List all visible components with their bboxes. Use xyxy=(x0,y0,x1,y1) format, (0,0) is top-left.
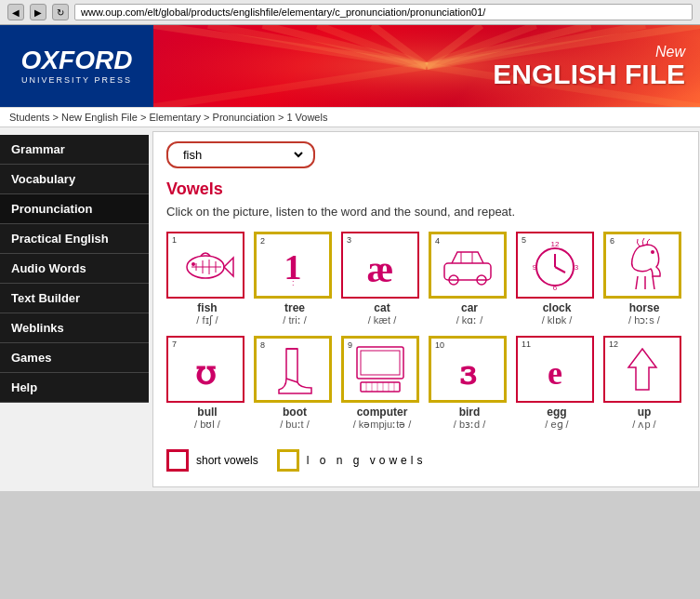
vowel-img-horse: 6 xyxy=(603,232,681,299)
svg-text:ː: ː xyxy=(292,278,295,287)
sidebar-item-practical-english[interactable]: Practical English xyxy=(0,224,149,254)
svg-line-31 xyxy=(555,267,565,273)
vowel-img-bird: 10 ɜ xyxy=(429,336,507,403)
vowel-row-2: 7 ʊ bull / bʊl / 8 xyxy=(166,336,685,431)
sidebar-item-text-builder[interactable]: Text Builder xyxy=(0,284,149,313)
svg-text:e: e xyxy=(548,354,562,392)
vowel-card-bird[interactable]: 10 ɜ bird / bɜːd / xyxy=(429,336,510,431)
breadcrumb: Students > New English File > Elementary… xyxy=(0,107,700,127)
vowel-phon-bird: / bɜːd / xyxy=(429,419,510,431)
svg-point-36 xyxy=(651,250,654,254)
long-label: l o n g vowels xyxy=(307,454,427,467)
choose-dropdown[interactable]: fish 1 Vowels 2 Consonants 3 Stress xyxy=(179,147,306,163)
svg-rect-42 xyxy=(357,347,403,379)
vowel-card-egg[interactable]: 11 e egg / eɡ / xyxy=(516,336,598,431)
svg-text:ʊ: ʊ xyxy=(195,354,217,392)
svg-text:3: 3 xyxy=(575,263,579,272)
vowel-img-up: 12 xyxy=(603,336,681,403)
sidebar-item-vocabulary[interactable]: Vocabulary xyxy=(0,165,149,194)
svg-point-15 xyxy=(192,262,195,266)
vowel-phon-fish: / fɪʃ / xyxy=(166,314,248,326)
svg-text:æ: æ xyxy=(367,248,394,290)
short-label: short vowels xyxy=(196,454,258,467)
vowel-card-tree[interactable]: 2 1 ː tree / triː / xyxy=(254,232,336,326)
svg-text:9: 9 xyxy=(533,263,537,272)
vowel-card-up[interactable]: 12 up / ʌp / xyxy=(603,336,685,431)
vowel-word-up: up xyxy=(603,406,685,419)
sidebar-item-games[interactable]: Games xyxy=(0,343,149,373)
vowel-word-egg: egg xyxy=(516,406,598,419)
svg-text:ɜ: ɜ xyxy=(459,354,477,392)
svg-rect-44 xyxy=(361,382,400,392)
sidebar-item-grammar[interactable]: Grammar xyxy=(0,135,149,165)
vowel-img-egg: 11 e xyxy=(516,336,594,403)
vowel-word-bull: bull xyxy=(166,406,248,419)
vowel-img-tree: 2 1 ː xyxy=(254,232,332,299)
legend-short: short vowels xyxy=(166,449,258,472)
ef-title: ENGLISH FILE xyxy=(493,60,685,88)
back-button[interactable]: ◀ xyxy=(7,4,24,20)
vowel-phon-clock: / klɒk / xyxy=(516,314,598,326)
vowel-word-computer: computer xyxy=(341,406,423,419)
oxford-title: OXFORD xyxy=(21,47,133,73)
vowel-word-boot: boot xyxy=(254,406,336,419)
vowel-phon-computer: / kəmpjuːtə / xyxy=(341,419,423,431)
section-title: Vowels xyxy=(166,180,685,199)
vowel-phon-car: / kɑː / xyxy=(429,314,510,326)
vowel-card-horse[interactable]: 6 xyxy=(603,232,685,326)
dropdown-container[interactable]: fish 1 Vowels 2 Consonants 3 Stress xyxy=(166,141,315,168)
header-text: New ENGLISH FILE xyxy=(478,33,700,100)
vowel-card-bull[interactable]: 7 ʊ bull / bʊl / xyxy=(166,336,248,431)
oxford-sub: UNIVERSITY PRESS xyxy=(21,75,132,85)
vowel-phon-up: / ʌp / xyxy=(603,419,685,431)
svg-marker-53 xyxy=(628,349,656,390)
instruction-text: Click on the picture, listen to the word… xyxy=(166,205,685,219)
vowel-word-clock: clock xyxy=(516,301,598,314)
content-area: fish 1 Vowels 2 Consonants 3 Stress Vowe… xyxy=(152,131,699,487)
vowel-phon-cat: / kæt / xyxy=(341,314,423,326)
svg-line-41 xyxy=(286,379,297,382)
vowel-img-computer: 9 xyxy=(341,336,419,403)
vowel-img-bull: 7 ʊ xyxy=(166,336,244,403)
vowel-word-cat: cat xyxy=(341,301,423,314)
svg-line-37 xyxy=(636,276,638,289)
sidebar-item-audio-words[interactable]: Audio Words xyxy=(0,254,149,284)
header: OXFORD UNIVERSITY PRESS xyxy=(0,25,700,107)
svg-marker-14 xyxy=(224,258,233,276)
svg-text:6: 6 xyxy=(553,284,558,292)
sidebar-item-pronunciation[interactable]: Pronunciation xyxy=(0,194,149,224)
vowel-card-car[interactable]: 4 car / kɑː / xyxy=(429,232,510,326)
legend: short vowels l o n g vowels xyxy=(166,444,685,477)
vowel-grid: 1 xyxy=(166,232,685,431)
vowel-phon-bull: / bʊl / xyxy=(166,419,248,431)
main-layout: Grammar Vocabulary Pronunciation Practic… xyxy=(0,127,700,491)
address-bar[interactable]: www.oup.com/elt/global/products/englishf… xyxy=(74,4,693,20)
vowel-word-car: car xyxy=(429,301,510,314)
vowel-card-fish[interactable]: 1 xyxy=(166,232,248,326)
vowel-card-boot[interactable]: 8 boot / buːt / xyxy=(254,336,336,431)
vowel-phon-boot: / buːt / xyxy=(254,419,336,431)
browser-chrome: ◀ ▶ ↻ www.oup.com/elt/global/products/en… xyxy=(0,0,700,25)
vowel-phon-horse: / hɔːs / xyxy=(603,314,685,326)
forward-button[interactable]: ▶ xyxy=(30,4,46,20)
svg-text:12: 12 xyxy=(551,240,560,248)
vowel-img-cat: 3 æ xyxy=(341,232,419,299)
vowel-phon-egg: / eɡ / xyxy=(516,419,598,431)
header-banner: New ENGLISH FILE xyxy=(153,25,700,107)
vowel-word-fish: fish xyxy=(166,301,248,314)
oxford-logo: OXFORD UNIVERSITY PRESS xyxy=(0,25,153,107)
sidebar-item-weblinks[interactable]: Weblinks xyxy=(0,313,149,343)
svg-line-39 xyxy=(653,276,654,289)
svg-rect-24 xyxy=(444,263,491,280)
vowel-phon-tree: / triː / xyxy=(254,314,336,326)
dropdown-wrapper: fish 1 Vowels 2 Consonants 3 Stress xyxy=(166,141,685,168)
sidebar-item-help[interactable]: Help xyxy=(0,373,149,403)
short-vowel-indicator xyxy=(166,449,189,472)
vowel-word-bird: bird xyxy=(429,406,510,419)
long-vowel-indicator xyxy=(277,449,299,472)
refresh-button[interactable]: ↻ xyxy=(52,4,69,20)
sidebar: Grammar Vocabulary Pronunciation Practic… xyxy=(0,127,149,491)
vowel-card-clock[interactable]: 5 12 3 6 9 clock / xyxy=(516,232,598,326)
vowel-card-cat[interactable]: 3 æ cat / kæt / xyxy=(341,232,423,326)
vowel-card-computer[interactable]: 9 xyxy=(341,336,423,431)
